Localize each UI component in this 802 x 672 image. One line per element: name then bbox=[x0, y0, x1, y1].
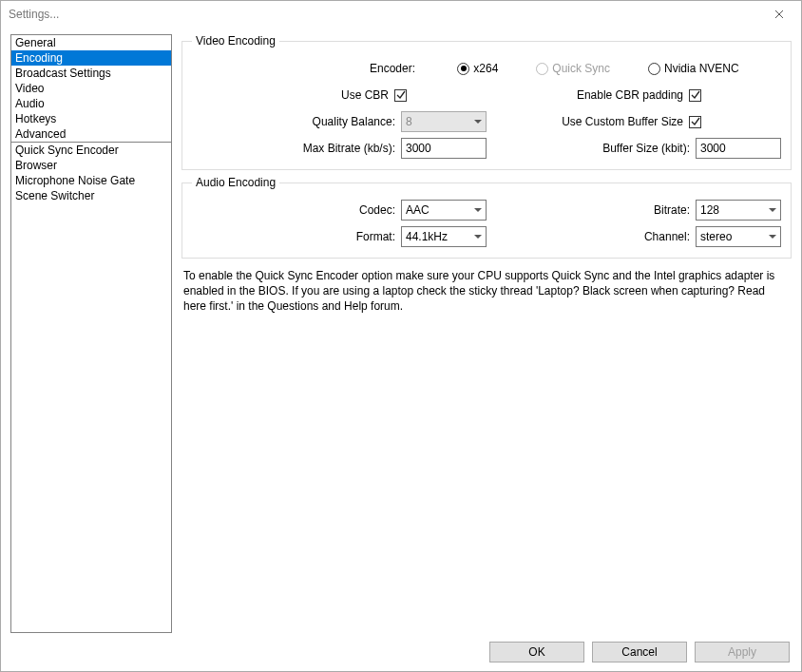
sidebar-item-hotkeys[interactable]: Hotkeys bbox=[11, 111, 171, 126]
video-encoding-group: Video Encoding Encoder: x264 Quick Sync bbox=[181, 34, 792, 170]
sidebar-item-sceneswitcher[interactable]: Scene Switcher bbox=[11, 188, 171, 203]
codec-combo[interactable]: AAC bbox=[401, 200, 487, 221]
codec-label: Codec: bbox=[359, 203, 395, 217]
bitrate-label: Bitrate: bbox=[654, 203, 690, 217]
sidebar-item-general[interactable]: General bbox=[11, 35, 171, 50]
sidebar-item-encoding[interactable]: Encoding bbox=[11, 50, 171, 66]
radio-icon bbox=[648, 63, 660, 75]
sidebar-item-browser[interactable]: Browser bbox=[11, 158, 171, 173]
channel-label: Channel: bbox=[644, 230, 690, 243]
audio-encoding-group: Audio Encoding Codec: AAC Bitrate: 128 bbox=[181, 176, 792, 259]
radio-icon bbox=[536, 63, 548, 75]
encoder-label: Encoder: bbox=[192, 62, 415, 75]
bitrate-value: 128 bbox=[700, 203, 719, 217]
codec-value: AAC bbox=[406, 203, 430, 217]
cbr-padding-checkbox[interactable] bbox=[689, 89, 701, 102]
encoder-x264-label: x264 bbox=[473, 62, 498, 75]
format-combo[interactable]: 44.1kHz bbox=[401, 226, 487, 247]
encoder-nvenc-label: Nvidia NVENC bbox=[664, 62, 739, 75]
quality-label: Quality Balance: bbox=[313, 115, 395, 128]
format-value: 44.1kHz bbox=[406, 230, 448, 243]
ok-button[interactable]: OK bbox=[489, 642, 584, 662]
titlebar: Settings... bbox=[1, 1, 801, 27]
body: General Encoding Broadcast Settings Vide… bbox=[1, 27, 801, 633]
sidebar-item-video[interactable]: Video bbox=[11, 81, 171, 96]
encoder-nvenc-radio[interactable]: Nvidia NVENC bbox=[648, 62, 739, 75]
chevron-down-icon bbox=[474, 120, 482, 124]
chevron-down-icon bbox=[769, 208, 776, 212]
max-bitrate-input[interactable] bbox=[401, 138, 487, 159]
quality-value: 8 bbox=[406, 115, 412, 128]
encoder-qs-label: Quick Sync bbox=[552, 62, 610, 75]
max-bitrate-label: Max Bitrate (kb/s): bbox=[303, 142, 395, 155]
audio-legend: Audio Encoding bbox=[192, 176, 279, 189]
content: Video Encoding Encoder: x264 Quick Sync bbox=[181, 34, 792, 633]
channel-value: stereo bbox=[700, 230, 732, 243]
cancel-button[interactable]: Cancel bbox=[592, 642, 687, 662]
buffer-size-label: Buffer Size (kbit): bbox=[602, 142, 690, 155]
radio-icon bbox=[457, 63, 469, 75]
chevron-down-icon bbox=[769, 235, 776, 239]
window-title: Settings... bbox=[9, 8, 59, 21]
close-button[interactable] bbox=[763, 4, 795, 24]
sidebar-item-broadcast[interactable]: Broadcast Settings bbox=[11, 66, 171, 81]
settings-window: Settings... General Encoding Broadcast S… bbox=[0, 0, 802, 672]
quality-combo: 8 bbox=[401, 111, 487, 132]
use-cbr-label: Use CBR bbox=[341, 88, 389, 102]
encoder-quicksync-radio: Quick Sync bbox=[536, 62, 610, 75]
custom-buffer-label: Use Custom Buffer Size bbox=[562, 115, 683, 128]
video-legend: Video Encoding bbox=[192, 34, 279, 48]
sidebar-item-audio[interactable]: Audio bbox=[11, 96, 171, 111]
channel-combo[interactable]: stereo bbox=[696, 226, 781, 247]
bitrate-combo[interactable]: 128 bbox=[696, 200, 781, 221]
sidebar-item-qsencoder[interactable]: Quick Sync Encoder bbox=[11, 143, 171, 158]
buffer-size-input[interactable] bbox=[696, 138, 781, 159]
chevron-down-icon bbox=[474, 208, 482, 212]
info-text: To enable the Quick Sync Encoder option … bbox=[181, 264, 792, 318]
format-label: Format: bbox=[356, 230, 395, 243]
use-cbr-checkbox[interactable] bbox=[394, 89, 407, 102]
chevron-down-icon bbox=[474, 235, 482, 239]
footer: OK Cancel Apply bbox=[1, 633, 801, 671]
encoder-x264-radio[interactable]: x264 bbox=[457, 62, 498, 75]
sidebar-item-micnoise[interactable]: Microphone Noise Gate bbox=[11, 173, 171, 188]
sidebar-item-advanced[interactable]: Advanced bbox=[11, 126, 171, 142]
cbr-padding-label: Enable CBR padding bbox=[577, 88, 683, 102]
apply-button: Apply bbox=[695, 642, 790, 662]
sidebar: General Encoding Broadcast Settings Vide… bbox=[10, 34, 172, 633]
custom-buffer-checkbox[interactable] bbox=[689, 116, 701, 128]
